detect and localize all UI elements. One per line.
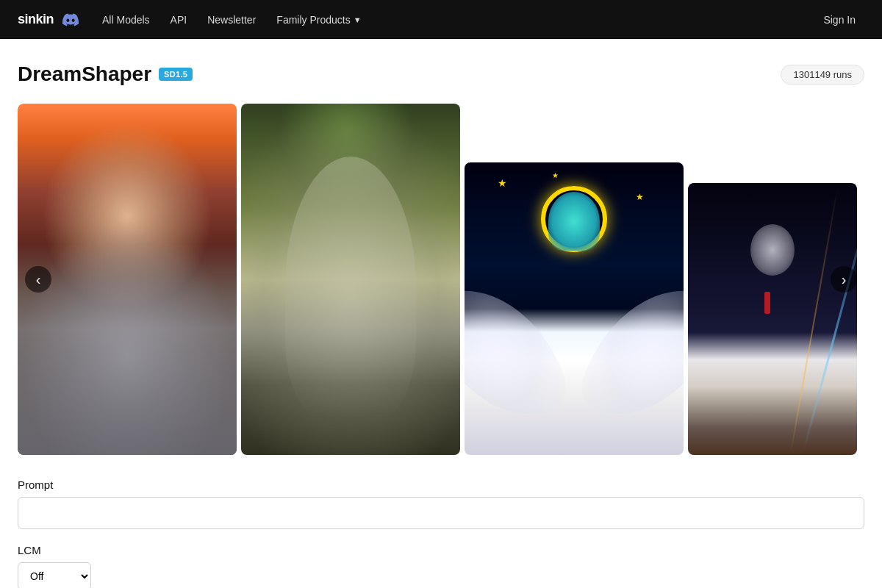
lcm-select[interactable]: Off On <box>18 562 91 588</box>
model-title: DreamShaper <box>18 62 151 86</box>
nav-newsletter[interactable]: Newsletter <box>198 10 265 30</box>
nav-all-models[interactable]: All Models <box>93 10 159 30</box>
discord-icon[interactable] <box>62 12 79 28</box>
gallery-image-2 <box>241 104 460 455</box>
gallery-image-3: ★ ★ ★ <box>465 162 684 455</box>
runs-badge: 1301149 runs <box>781 65 864 85</box>
logo[interactable]: sinkin <box>18 12 54 27</box>
navbar: sinkin All Models API Newsletter Family … <box>0 0 882 39</box>
gallery-image-4 <box>688 183 857 455</box>
sign-in-button[interactable]: Sign In <box>814 10 864 30</box>
nav-api[interactable]: API <box>162 10 196 30</box>
prompt-input[interactable] <box>18 497 864 529</box>
prompt-section: Prompt <box>18 478 864 529</box>
gallery: ‹ <box>18 104 864 455</box>
prompt-label: Prompt <box>18 478 864 491</box>
gallery-nav-left[interactable]: ‹ <box>25 266 51 293</box>
lcm-label: LCM <box>18 544 864 556</box>
sd-badge: SD1.5 <box>159 68 193 81</box>
main-content: DreamShaper SD1.5 1301149 runs ‹ <box>0 39 882 588</box>
model-header: DreamShaper SD1.5 1301149 runs <box>18 62 864 86</box>
model-title-row: DreamShaper SD1.5 <box>18 62 193 86</box>
nav-family-products[interactable]: Family Products ▼ <box>268 10 370 30</box>
lcm-section: LCM Off On <box>18 544 864 588</box>
nav-links: All Models API Newsletter Family Product… <box>93 10 808 30</box>
chevron-down-icon: ▼ <box>354 15 362 24</box>
gallery-nav-right[interactable]: › <box>831 266 857 293</box>
